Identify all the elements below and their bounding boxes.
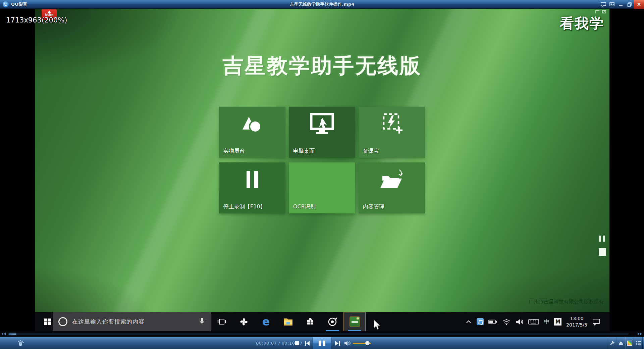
battery-icon[interactable] [488,318,497,325]
tray-app-icon[interactable] [477,318,484,325]
teaching-app-button[interactable] [343,312,366,331]
record-circle-icon [327,317,337,327]
taskbar-search-input[interactable]: 在这里输入你要搜索的内容 [53,312,211,331]
task-view-button[interactable] [211,312,233,331]
windows-taskbar: 在这里输入你要搜索的内容 [35,312,609,331]
file-explorer-button[interactable] [277,312,299,331]
cortana-icon[interactable] [58,317,67,326]
previous-button[interactable] [303,337,312,349]
next-button[interactable] [333,337,342,349]
restore-button[interactable] [625,0,634,9]
stop-button[interactable] [292,337,302,349]
tile-grid: 实物展台 电脑桌面 [219,107,425,213]
store-button[interactable] [299,312,321,331]
seek-bar[interactable] [9,333,629,335]
close-button[interactable] [634,0,644,9]
pause-button[interactable] [313,337,331,349]
task-view-icon [217,317,226,326]
tile-stop-recording[interactable]: 停止录制【F10】 [219,162,285,213]
wifi-icon[interactable] [502,318,511,326]
tile-content-management[interactable]: 内容管理 [359,162,425,213]
tile-computer-desktop[interactable]: 电脑桌面 [289,107,355,158]
eject-open-file-icon[interactable] [616,337,625,349]
tile-lesson-prep[interactable]: 备课宝 [359,107,425,158]
shapes-icon [240,111,264,138]
qq-player-logo-icon[interactable] [3,1,9,7]
microphone-icon[interactable] [198,317,206,327]
resolution-overlay: 1713x963(200%) [6,16,67,24]
store-icon [306,317,315,327]
pause-icon [241,167,263,194]
edge-icon: e [262,316,270,327]
settings-wrench-icon[interactable] [608,337,616,349]
video-display-area[interactable]: Jetion 1713x963(200%) 看我学 吉星教学助手无线版 实物展台 [0,9,644,331]
inner-app-window-controls [595,10,606,13]
speaker-icon[interactable] [516,318,524,325]
windows-logo-icon [43,317,52,326]
app-name: QQ影音 [11,1,27,7]
clock-date: 2017/5/5 [566,322,587,328]
playlist-icon[interactable] [634,337,643,349]
teaching-assistant-title: 吉星教学助手无线版 [35,52,609,80]
mouse-cursor [373,319,382,332]
minimize-button[interactable] [616,0,625,9]
tray-chevron-up-icon[interactable] [465,319,472,325]
ime-mode-indicator[interactable]: M [554,318,561,326]
open-folder-icon [378,167,406,194]
volume-slider[interactable] [353,337,371,349]
volume-knob[interactable] [365,341,370,345]
action-center-icon[interactable] [592,318,601,326]
video-effects-icon[interactable] [625,337,634,349]
side-stop-icon[interactable] [599,248,606,256]
capture-lightning-icon [379,111,405,138]
file-explorer-icon [283,317,293,327]
copyright-text: 广州市吉星科技有限公司版权所有 [529,299,604,305]
title-bar: QQ影音 吉星无线教学助手软件操作.mp4 [0,0,644,9]
volume-mute-button[interactable] [343,337,352,349]
seek-forward-icon[interactable] [638,333,642,335]
qq-player-window: QQ影音 吉星无线教学助手软件操作.mp4 Jeti [0,0,644,349]
seek-bar-row [0,331,644,337]
inner-app-close-icon[interactable] [602,10,606,13]
monitor-cursor-icon [309,111,335,138]
recorder-app-button[interactable] [321,312,343,331]
feedback-bubble-icon[interactable] [599,0,608,9]
video-file-title: 吉星无线教学助手软件操作.mp4 [0,1,644,7]
ime-language-indicator[interactable]: 中 [544,318,549,326]
inner-app-restore-icon[interactable] [595,10,599,13]
seek-back-icon[interactable] [1,333,6,335]
channel-watermark: 看我学 [560,14,604,33]
clock-time: 13:00 [570,316,583,321]
edge-browser-button[interactable]: e [255,312,277,331]
footprint-shortcut-icon[interactable] [17,340,25,348]
side-pause-icon[interactable] [599,236,605,242]
pinwheel-icon [239,317,249,327]
pinwheel-app-button[interactable] [233,312,255,331]
mini-mode-icon[interactable] [608,0,616,9]
touch-keyboard-icon[interactable] [528,318,539,326]
player-control-bar: 00:00:07 / 00:10:57 [0,337,644,349]
tile-ocr[interactable]: OCR OCR识别 [289,162,355,213]
jetion-mark-icon [47,10,51,13]
seek-progress-fill [9,334,16,335]
tray-clock[interactable]: 13:00 2017/5/5 [566,315,587,328]
teaching-app-icon [350,316,360,327]
tile-document-camera[interactable]: 实物展台 [219,107,285,158]
